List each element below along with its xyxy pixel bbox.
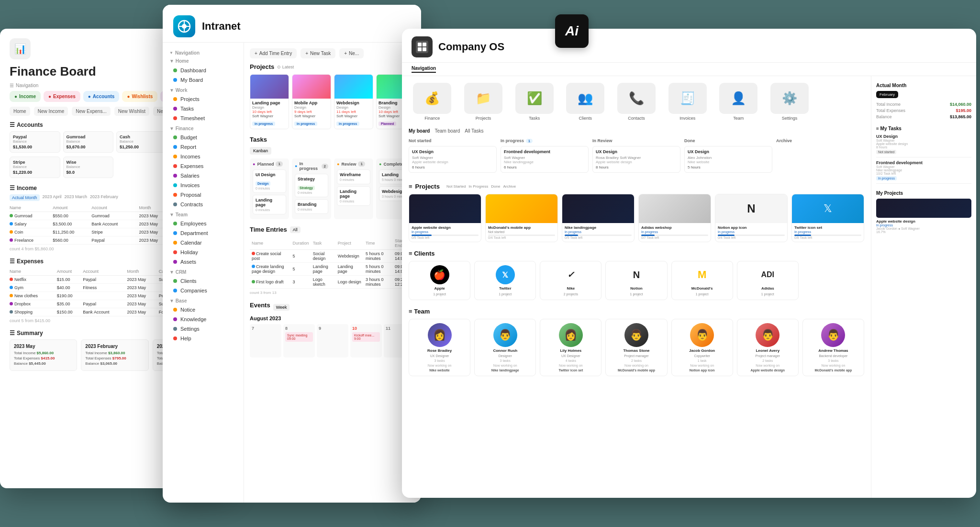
sidebar-item-projects[interactable]: Projects [163,94,244,104]
cos-kanban-card[interactable]: UX Design Alex Johnston Nike website 5 h… [684,146,772,173]
btn-my-board[interactable]: My board [409,128,430,134]
sidebar-item-proposal[interactable]: Proposal [163,190,244,200]
time-entry-row[interactable]: Create social post 5 Social design Webde… [250,250,415,263]
account-cash[interactable]: Cash Balance $1,250.00 [116,131,167,153]
nav-icon-projects[interactable]: 📁 Projects [460,83,507,121]
sidebar-item-report[interactable]: Report [163,142,244,152]
sidebar-item-companies[interactable]: Companies [163,286,244,295]
sidebar-item-holiday[interactable]: Holiday [163,247,244,257]
team-member-thomas[interactable]: 👨 Thomas Stone Project manager 2 tasks N… [605,319,667,376]
sidebar-item-assets[interactable]: Assets [163,257,244,267]
team-member-andrew[interactable]: 👨 Andrew Thomas Backend developer 3 task… [802,319,864,376]
cos-kanban-card[interactable]: Frontned development Soft Wagner Nike la… [501,146,589,173]
cos-project-twitter[interactable]: 𝕏 Twitter icon set In progress 0/8 Task … [791,194,864,242]
tab-accounts[interactable]: ● Accounts [83,91,120,102]
nav-icon-clients[interactable]: 👥 Clients [562,83,609,121]
cos-client-nike[interactable]: ✓ Nike 2 projects [540,261,601,300]
tab-income[interactable]: ● Income [10,91,41,102]
sidebar-item-help[interactable]: Help [163,334,244,343]
nav-icon-invoices[interactable]: 🧾 Invoices [664,83,711,121]
cos-kanban-card[interactable]: UX Design Rosa Bradley Soft Wagner Apple… [592,146,680,173]
cos-project-notion[interactable]: N Notion app icon In progress 0/4 Task l… [715,194,788,242]
btn-new-wishlist[interactable]: New Wishlist [114,107,149,116]
cos-project-nike[interactable]: Nike landingpage In progress 0/5 Task le… [562,194,635,242]
sidebar-item-timesheet[interactable]: Timesheet [163,113,244,123]
nav-icon-team[interactable]: 👤 Team [715,83,762,121]
time-entry-row[interactable]: First logo draft 3 Logo sketch Logo desi… [250,276,415,289]
kanban-card[interactable]: Landing page 0 minutes [337,186,370,206]
cos-project-adidas[interactable]: Adidas webshop In progress 0/7 Task left [638,194,711,242]
btn-home[interactable]: Home [10,107,30,116]
filter-feb[interactable]: 2023 February [90,194,118,201]
sidebar-item-dashboard[interactable]: Dashboard [163,66,244,75]
btn-all-tasks[interactable]: All Tasks [465,128,483,134]
summary-may[interactable]: 2023 May Total Income $5,860.00 Total Ex… [10,339,77,371]
kanban-card[interactable]: UI Design Design 0 minutes [253,169,286,193]
task-item-frontend[interactable]: Frontned development Soft Wagner Nike la… [876,160,971,184]
filter-latest[interactable]: ⊙ Latest [277,65,294,69]
summary-feb[interactable]: 2023 February Total Income $3,860.00 Tot… [81,339,148,371]
cos-client-notion[interactable]: N Notion 1 project [605,261,667,300]
events-week-view[interactable]: Week [273,304,290,311]
sidebar-item-incomes[interactable]: Incomes [163,152,244,161]
sidebar-item-myboard[interactable]: My Board [163,75,244,85]
event-card-kickoff[interactable]: Kickoff mee... 9:00 [352,332,380,342]
nav-icon-tasks[interactable]: ✅ Tasks [511,83,558,121]
sidebar-item-budget[interactable]: Budget [163,133,244,142]
month-tab-feb[interactable]: February [876,91,898,98]
btn-team-board[interactable]: Team board [434,128,460,134]
sidebar-item-notice[interactable]: Notice [163,305,244,314]
project-webdesign[interactable]: Webdesign Design 11 days left Soft Wagne… [334,74,373,129]
team-member-lily[interactable]: 👩 Lily Holmes UX Designer 4 tasks Now wo… [540,319,601,376]
nav-icon-contacts[interactable]: 📞 Contacts [613,83,660,121]
kanban-card[interactable]: Landing page 0 minutes [253,195,286,214]
btn-add-time-entry[interactable]: + Add Time Entry [250,48,297,58]
project-landing[interactable]: Landing page Design 10 days left Soft Wa… [250,74,289,129]
tab-expenses[interactable]: ● Expenses [44,91,80,102]
kanban-card[interactable]: Branding 0 minutes [295,199,328,214]
account-gumroad[interactable]: Gumroad Balance $3,670.00 [63,131,114,153]
cos-client-mcdonalds[interactable]: M McDonald's 1 project [671,261,733,300]
sidebar-item-invoices[interactable]: Invoices [163,180,244,190]
event-card-sync[interactable]: Sync meeting 09:00 [285,332,313,342]
sidebar-item-knowledge[interactable]: Knowledge [163,314,244,324]
team-member-jacob[interactable]: 👨 Jacob Gordon Copywriter 1 task Now wor… [671,319,733,376]
filter-march[interactable]: 2023 March [65,194,88,201]
sidebar-item-clients[interactable]: Clients [163,276,244,286]
kanban-card[interactable]: Wireframe 0 minutes [337,169,370,184]
sidebar-item-contracts[interactable]: Contracts [163,200,244,209]
sidebar-item-settings[interactable]: Settings [163,324,244,334]
team-member-rose[interactable]: 👩 Rose Bradley UX Designer 3 tasks Now w… [409,319,470,376]
cos-project-apple[interactable]: Apple website design In progress 0/5 Tas… [409,194,481,242]
sidebar-item-salaries[interactable]: Salaries [163,171,244,180]
kanban-card[interactable]: Strategy Strategy 0 minutes [295,174,328,197]
tab-wishlists[interactable]: ● Wishlists [122,91,157,102]
cos-client-apple[interactable]: 🍎 Apple 1 project [409,261,470,300]
project-mobile[interactable]: Mobile App Design 9 days left Soft Wagne… [292,74,331,129]
sidebar-item-employees[interactable]: Employees [163,219,244,228]
nav-icon-finance[interactable]: 💰 Finance [409,83,456,121]
account-wise[interactable]: Wise Balance $0.0 [63,157,114,178]
filter-all-time[interactable]: All [290,226,301,233]
account-stripe[interactable]: Stripe Balance $1,220.00 [10,157,60,178]
sidebar-item-tasks[interactable]: Tasks [163,104,244,113]
cos-kanban-card[interactable]: UX Design Soft Wagner Apple website desi… [409,146,497,173]
nav-icon-settings[interactable]: ⚙️ Settings [766,83,813,121]
task-item-ux[interactable]: UX Design Soft Wagner Apple website desi… [876,134,971,157]
cos-client-adidas[interactable]: ADI Adidas 1 project [737,261,799,300]
team-member-connor[interactable]: 👨 Connor Rush Designer 3 tasks Now worki… [474,319,536,376]
sidebar-item-calendar[interactable]: Calendar [163,238,244,247]
btn-new-task[interactable]: + New Task [301,48,335,58]
btn-new-other[interactable]: + Ne... [339,48,364,58]
account-paypal[interactable]: Paypal Balance $1,530.00 [10,131,60,153]
time-entry-row[interactable]: Create landing page design 5 Landing pag… [250,263,415,276]
btn-new-expenses[interactable]: New Expens... [72,107,110,116]
nav-navigation[interactable]: Navigation [412,66,436,73]
cos-client-twitter[interactable]: 𝕏 Twitter 1 project [474,261,536,300]
sidebar-item-department[interactable]: Department [163,228,244,238]
sidebar-item-expenses[interactable]: Expenses [163,161,244,171]
cos-project-mcdonalds[interactable]: McDonald's mobile app Not started 0/4 Ta… [485,194,558,242]
filter-april[interactable]: 2023 April [43,194,62,201]
sidebar-project-apple[interactable]: Apple website design In progress Jacob G… [876,199,971,234]
btn-new-income[interactable]: New Income [34,107,68,116]
